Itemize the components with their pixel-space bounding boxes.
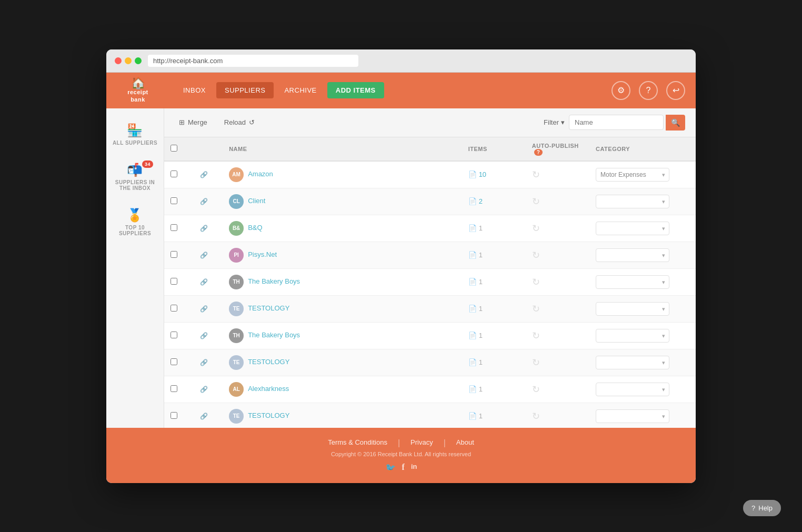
header-items: ITEMS [462, 137, 526, 161]
category-select[interactable] [596, 302, 669, 316]
logo-text: receiptbank [127, 89, 148, 103]
auto-publish-toggle[interactable]: ↻ [532, 277, 540, 287]
row-checkbox[interactable] [171, 305, 177, 312]
twitter-icon[interactable]: 🐦 [385, 463, 396, 473]
category-select[interactable] [596, 383, 669, 396]
maximize-dot[interactable] [135, 57, 142, 64]
category-select[interactable] [596, 275, 669, 289]
search-input[interactable] [569, 115, 664, 130]
auto-publish-toggle[interactable]: ↻ [532, 169, 540, 180]
auto-publish-toggle[interactable]: ↻ [532, 223, 540, 234]
user-icon[interactable]: ↩ [666, 81, 685, 100]
supplier-avatar: CL [229, 194, 244, 209]
row-checkbox[interactable] [171, 332, 177, 338]
nav-inbox[interactable]: INBOX [175, 82, 214, 98]
auto-publish-toggle[interactable]: ↻ [532, 304, 540, 314]
table-wrapper: NAME ITEMS AUTO-PUBLISH ? CATEGORY 🔗AMAm… [164, 137, 696, 428]
footer-terms-link[interactable]: Terms & Conditions [328, 438, 387, 448]
auto-publish-info-icon[interactable]: ? [534, 149, 543, 156]
auto-publish-toggle[interactable]: ↻ [532, 250, 540, 260]
nav-archive[interactable]: ARCHIVE [276, 82, 325, 98]
merge-icon: ⊞ [179, 118, 185, 126]
select-all-checkbox[interactable] [171, 145, 177, 152]
toolbar: ⊞ Merge Reload ↺ Filter ▾ [164, 108, 696, 137]
reload-icon: ↺ [249, 118, 255, 126]
help-button[interactable]: ? Help [743, 500, 781, 516]
row-link-icon: 🔗 [200, 359, 208, 366]
category-select[interactable] [596, 195, 669, 208]
supplier-name-link[interactable]: The Bakery Boys [248, 331, 300, 339]
row-checkbox[interactable] [171, 385, 177, 392]
supplier-name-link[interactable]: The Bakery Boys [248, 277, 300, 285]
supplier-name-link[interactable]: Client [248, 197, 265, 205]
row-checkbox[interactable] [171, 224, 177, 231]
reload-button[interactable]: Reload ↺ [220, 116, 259, 128]
supplier-name-link[interactable]: TESTOLOGY [248, 358, 289, 366]
category-select[interactable] [596, 248, 669, 262]
items-value: 1 [479, 332, 483, 339]
items-value: 1 [479, 224, 483, 232]
row-checkbox[interactable] [171, 412, 177, 419]
table-row: 🔗TETESTOLOGY📄1↻ [164, 403, 696, 428]
inbox-badge: 34 [142, 160, 153, 168]
reload-label: Reload [224, 118, 246, 126]
table-row: 🔗ALAlexharkness📄1↻ [164, 376, 696, 403]
footer-privacy-link[interactable]: Privacy [410, 438, 433, 448]
nav-add-items[interactable]: ADD ITEMS [327, 82, 384, 98]
row-checkbox[interactable] [171, 170, 177, 177]
supplier-name-link[interactable]: B&Q [248, 224, 262, 232]
help-icon[interactable]: ? [639, 81, 658, 100]
auto-publish-toggle[interactable]: ↻ [532, 411, 540, 421]
facebook-icon[interactable]: f [402, 463, 405, 473]
items-icon: 📄 [468, 358, 477, 366]
category-select[interactable] [596, 409, 669, 423]
supplier-name-link[interactable]: Amazon [248, 170, 273, 178]
filter-button[interactable]: Filter ▾ [544, 118, 565, 126]
supplier-name-link[interactable]: TESTOLOGY [248, 411, 289, 419]
table-row: 🔗PIPisys.Net📄1↻ [164, 242, 696, 268]
category-select[interactable]: Motor Expenses [596, 168, 669, 182]
row-checkbox[interactable] [171, 278, 177, 285]
merge-button[interactable]: ⊞ Merge [175, 116, 212, 128]
auto-publish-toggle[interactable]: ↻ [532, 330, 540, 341]
category-select[interactable] [596, 329, 669, 343]
sidebar-item-all-suppliers[interactable]: 🏪 ALL SUPPLIERS [106, 117, 164, 152]
minimize-dot[interactable] [125, 57, 132, 64]
close-dot[interactable] [115, 57, 122, 64]
nav-suppliers[interactable]: SUPPLIERS [216, 82, 274, 98]
supplier-avatar: TE [229, 302, 244, 316]
header-name-label: NAME [223, 137, 462, 161]
row-checkbox[interactable] [171, 358, 177, 365]
row-checkbox[interactable] [171, 251, 177, 258]
footer-about-link[interactable]: About [456, 438, 474, 448]
supplier-name-link[interactable]: TESTOLOGY [248, 304, 289, 312]
row-link-icon: 🔗 [200, 198, 208, 205]
table-row: 🔗CLClient📄2↻ [164, 188, 696, 215]
category-select[interactable] [596, 356, 669, 369]
settings-icon[interactable]: ⚙ [611, 81, 630, 100]
auto-publish-toggle[interactable]: ↻ [532, 357, 540, 368]
row-link-icon: 🔗 [200, 225, 208, 232]
table-header-row: NAME ITEMS AUTO-PUBLISH ? CATEGORY [164, 137, 696, 161]
top-nav: 🏠 receiptbank INBOX SUPPLIERS ARCHIVE AD… [106, 73, 696, 108]
sidebar-item-top10[interactable]: 🏅 TOP 10 SUPPLIERS [106, 202, 164, 243]
supplier-name-link[interactable]: Pisys.Net [248, 250, 277, 258]
filter-label: Filter [544, 118, 559, 126]
search-button[interactable]: 🔍 [666, 115, 685, 131]
sidebar-item-inbox[interactable]: 📬 34 SUPPLIERS IN THE INBOX [106, 156, 164, 197]
table-body: 🔗AMAmazon📄10↻Motor Expenses🔗CLClient📄2↻🔗… [164, 161, 696, 428]
row-link-icon: 🔗 [200, 171, 208, 178]
auto-publish-toggle[interactable]: ↻ [532, 384, 540, 395]
footer-links: Terms & Conditions | Privacy | About [117, 438, 685, 448]
sidebar-item-all-suppliers-label: ALL SUPPLIERS [113, 140, 157, 146]
row-checkbox[interactable] [171, 197, 177, 204]
auto-publish-toggle[interactable]: ↻ [532, 196, 540, 207]
linkedin-icon[interactable]: in [411, 463, 417, 473]
content-area: ⊞ Merge Reload ↺ Filter ▾ [164, 108, 696, 428]
supplier-name-link[interactable]: Alexharkness [248, 385, 289, 393]
browser-url[interactable]: http://receipt-bank.com [148, 55, 358, 67]
browser-dots [115, 57, 142, 64]
supplier-avatar: TH [229, 275, 244, 289]
row-link-icon: 🔗 [200, 413, 208, 420]
category-select[interactable] [596, 222, 669, 235]
